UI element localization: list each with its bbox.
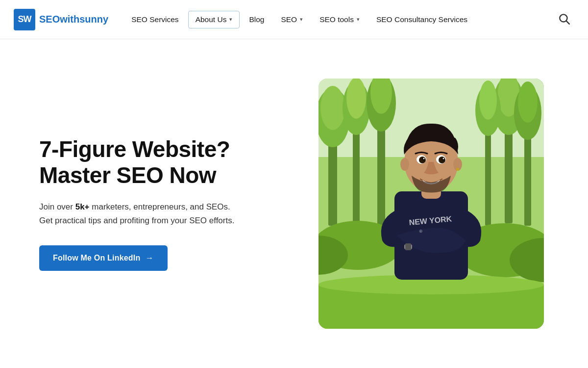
chevron-down-icon: ▾ xyxy=(229,16,232,23)
nav-label-blog: Blog xyxy=(249,15,264,24)
logo-box: SW xyxy=(14,9,35,30)
nav-label-seo-tools: SEO tools xyxy=(319,15,354,24)
nav-label-seo-services: SEO Services xyxy=(131,15,178,24)
arrow-icon: → xyxy=(145,253,153,263)
hero-photo: NEW YORK ⊕ xyxy=(318,79,544,329)
linkedin-cta-button[interactable]: Follow Me On LinkedIn → xyxy=(39,245,168,271)
svg-point-43 xyxy=(443,158,444,159)
search-icon xyxy=(558,12,570,25)
nav-item-blog[interactable]: Blog xyxy=(242,11,271,28)
cta-label: Follow Me On LinkedIn xyxy=(53,254,140,263)
nav-item-seo-consultancy[interactable]: SEO Consultancy Services xyxy=(369,11,475,28)
nav-label-seo-consultancy: SEO Consultancy Services xyxy=(376,15,467,24)
svg-point-42 xyxy=(423,158,425,159)
hero-image-svg: NEW YORK ⊕ xyxy=(318,79,544,329)
nav-item-seo-services[interactable]: SEO Services xyxy=(124,11,186,28)
hero-desc-bold: 5k+ xyxy=(75,202,90,211)
svg-point-9 xyxy=(346,79,366,119)
svg-line-1 xyxy=(566,21,569,24)
logo-text: SEOwithsunny xyxy=(39,14,108,25)
hero-title: 7-Figure Website? Master SEO Now xyxy=(39,136,284,188)
hero-left-content: 7-Figure Website? Master SEO Now Join ov… xyxy=(39,136,284,271)
svg-point-35 xyxy=(456,168,459,171)
svg-point-6 xyxy=(320,86,345,130)
chevron-down-icon-tools: ▾ xyxy=(357,16,360,23)
nav-label-seo: SEO xyxy=(281,15,297,24)
svg-rect-30 xyxy=(405,243,411,250)
nav-item-seo[interactable]: SEO ▾ xyxy=(273,11,310,28)
nav-item-about-us[interactable]: About Us ▾ xyxy=(188,11,240,28)
nav-label-about-us: About Us xyxy=(196,15,227,24)
svg-point-21 xyxy=(479,80,497,120)
hero-section: 7-Figure Website? Master SEO Now Join ov… xyxy=(0,39,588,368)
svg-point-33 xyxy=(400,158,409,171)
header: SW SEOwithsunny SEO Services About Us ▾ … xyxy=(0,0,588,39)
hero-right-image: NEW YORK ⊕ xyxy=(314,71,549,336)
hero-desc-prefix: Join over xyxy=(39,202,75,211)
hero-description: Join over 5k+ marketers, entrepreneurs, … xyxy=(39,200,245,228)
main-nav: SEO Services About Us ▾ Blog SEO ▾ SEO t… xyxy=(124,11,554,28)
search-button[interactable] xyxy=(554,8,574,31)
svg-text:⊕: ⊕ xyxy=(419,229,423,234)
svg-point-18 xyxy=(518,81,538,123)
nav-item-seo-tools[interactable]: SEO tools ▾ xyxy=(312,11,367,28)
site-logo[interactable]: SW SEOwithsunny xyxy=(14,9,108,30)
chevron-down-icon-seo: ▾ xyxy=(300,16,303,23)
